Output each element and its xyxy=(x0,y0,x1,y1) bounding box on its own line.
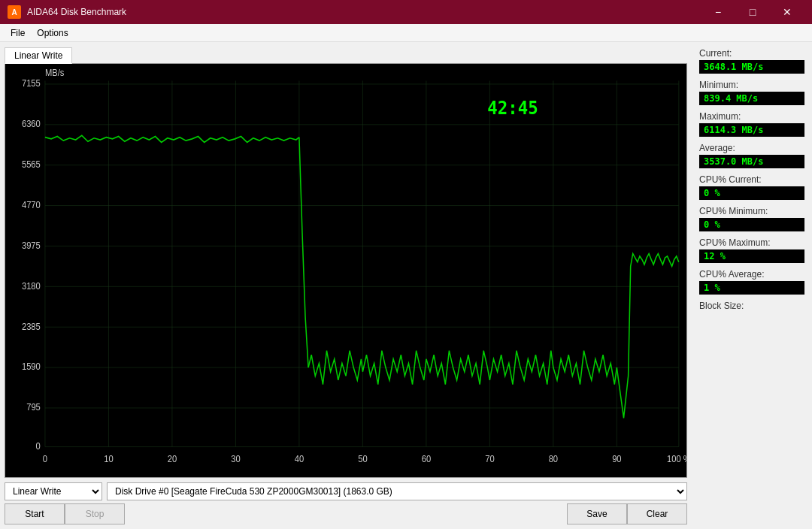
current-value: 3648.1 MB/s xyxy=(699,60,804,74)
stat-cpu-current: CPU% Current: 0 % xyxy=(699,174,804,200)
svg-text:10: 10 xyxy=(104,453,114,464)
tab-linear-write[interactable]: Linear Write xyxy=(5,47,72,64)
menu-options[interactable]: Options xyxy=(31,26,74,40)
tab-bar: Linear Write xyxy=(5,47,687,63)
current-label: Current: xyxy=(699,48,804,59)
cpu-current-value: 0 % xyxy=(699,186,804,200)
app-icon: A xyxy=(8,5,21,19)
svg-text:80: 80 xyxy=(549,453,559,464)
cpu-current-label: CPU% Current: xyxy=(699,174,804,185)
svg-text:70: 70 xyxy=(485,453,495,464)
average-value: 3537.0 MB/s xyxy=(699,155,804,168)
svg-text:30: 30 xyxy=(231,453,241,464)
svg-text:0: 0 xyxy=(43,453,48,464)
maximum-value: 6114.3 MB/s xyxy=(699,123,804,137)
cpu-average-label: CPU% Average: xyxy=(699,269,804,280)
chart-svg: 7155 6360 5565 4770 3975 3180 2385 1590 … xyxy=(5,64,686,477)
svg-text:1590: 1590 xyxy=(22,361,41,372)
cpu-maximum-value: 12 % xyxy=(699,249,804,263)
cpu-minimum-value: 0 % xyxy=(699,218,804,231)
stat-cpu-maximum: CPU% Maximum: 12 % xyxy=(699,237,804,263)
maximize-button[interactable]: □ xyxy=(735,0,770,24)
save-button[interactable]: Save xyxy=(567,503,627,524)
title-bar: A AIDA64 Disk Benchmark − □ ✕ xyxy=(0,0,812,24)
left-panel: Linear Write xyxy=(0,42,692,529)
stat-maximum: Maximum: 6114.3 MB/s xyxy=(699,111,804,137)
svg-text:3180: 3180 xyxy=(22,280,41,291)
svg-text:60: 60 xyxy=(422,453,432,464)
svg-text:7155: 7155 xyxy=(22,78,41,89)
bottom-bar: Linear Write Disk Drive #0 [Seagate Fire… xyxy=(5,482,687,500)
drive-dropdown[interactable]: Disk Drive #0 [Seagate FireCuda 530 ZP20… xyxy=(107,482,687,500)
stat-current: Current: 3648.1 MB/s xyxy=(699,48,804,74)
stat-cpu-average: CPU% Average: 1 % xyxy=(699,269,804,295)
svg-text:0: 0 xyxy=(36,440,41,451)
menu-file[interactable]: File xyxy=(5,26,31,40)
minimum-label: Minimum: xyxy=(699,80,804,90)
clear-button[interactable]: Clear xyxy=(627,503,687,524)
title-text: AIDA64 Disk Benchmark xyxy=(27,7,701,17)
chart-area: 7155 6360 5565 4770 3975 3180 2385 1590 … xyxy=(5,63,687,478)
right-panel: Current: 3648.1 MB/s Minimum: 839.4 MB/s… xyxy=(692,42,812,529)
time-display: 42:45 xyxy=(487,97,538,119)
stat-block-size: Block Size: xyxy=(699,301,804,313)
stop-button[interactable]: Stop xyxy=(65,503,125,524)
cpu-average-value: 1 % xyxy=(699,281,804,295)
svg-text:3975: 3975 xyxy=(22,240,41,250)
svg-text:MB/s: MB/s xyxy=(45,67,65,77)
cpu-minimum-label: CPU% Minimum: xyxy=(699,206,804,216)
svg-text:40: 40 xyxy=(295,453,304,464)
test-type-dropdown[interactable]: Linear Write xyxy=(5,482,102,500)
average-label: Average: xyxy=(699,143,804,153)
maximum-label: Maximum: xyxy=(699,111,804,122)
stat-average: Average: 3537.0 MB/s xyxy=(699,143,804,168)
window-controls: − □ ✕ xyxy=(701,0,804,24)
stat-cpu-minimum: CPU% Minimum: 0 % xyxy=(699,206,804,231)
svg-text:90: 90 xyxy=(612,453,622,464)
svg-text:50: 50 xyxy=(358,453,368,464)
start-button[interactable]: Start xyxy=(5,503,65,524)
svg-text:6360: 6360 xyxy=(22,119,41,129)
action-bar: Start Stop Save Clear xyxy=(5,503,687,524)
main-content: Linear Write xyxy=(0,42,812,529)
svg-text:20: 20 xyxy=(168,453,177,464)
stat-minimum: Minimum: 839.4 MB/s xyxy=(699,80,804,105)
menu-bar: File Options xyxy=(0,24,812,42)
svg-text:5565: 5565 xyxy=(22,159,41,170)
block-size-label: Block Size: xyxy=(699,301,804,311)
minimize-button[interactable]: − xyxy=(701,0,735,24)
svg-text:795: 795 xyxy=(26,402,41,413)
svg-text:2385: 2385 xyxy=(22,321,41,331)
svg-text:4770: 4770 xyxy=(22,199,41,210)
close-button[interactable]: ✕ xyxy=(770,0,804,24)
svg-text:100 %: 100 % xyxy=(667,453,686,464)
cpu-maximum-label: CPU% Maximum: xyxy=(699,237,804,248)
minimum-value: 839.4 MB/s xyxy=(699,92,804,105)
svg-rect-0 xyxy=(5,64,686,477)
